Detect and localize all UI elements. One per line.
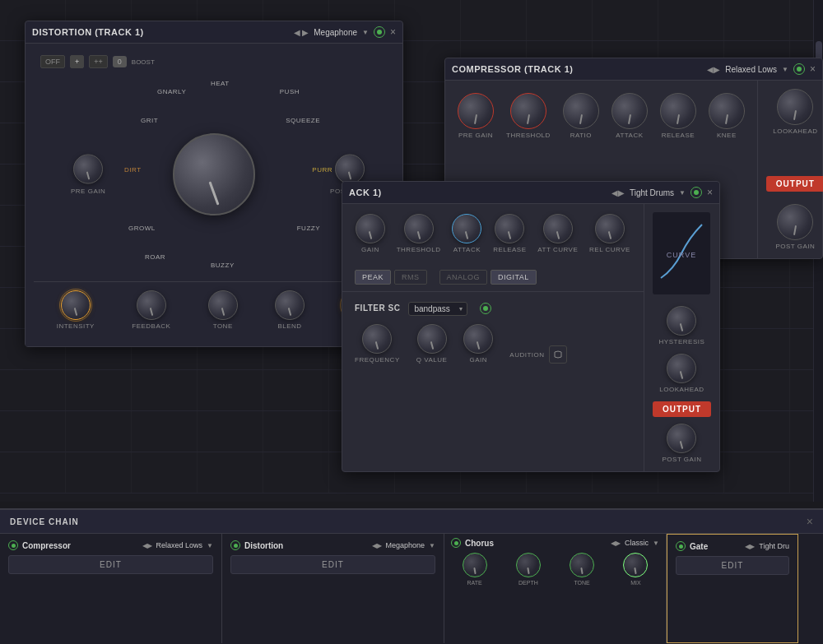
audition-icon-svg <box>553 350 563 359</box>
comp2-output-button[interactable]: OUTPUT <box>653 401 711 417</box>
compressor-chain-dropdown[interactable]: ▼ <box>207 542 213 549</box>
knee-knob[interactable] <box>709 93 745 129</box>
off-button[interactable]: OFF <box>40 55 65 68</box>
comp2-power-button[interactable] <box>690 187 702 198</box>
preset-right-arrow[interactable]: ▶ <box>302 28 309 37</box>
comp2-output-section: OUTPUT POST GAIN <box>653 401 711 463</box>
distortion-chain-nav[interactable]: ◀▶ <box>372 542 382 549</box>
distortion-chain-edit[interactable]: EDIT <box>230 555 435 574</box>
filter-sc-knobs: FREQUENCY Q VALUE GAIN AUDITION <box>355 324 631 364</box>
filter-type-select[interactable]: bandpass lowpass highpass notch <box>408 302 467 316</box>
comp2-lookahead-knob[interactable] <box>667 354 696 383</box>
comp2-knobs-row: GAIN THRESHOLD ATTACK RELEASE ATT CURVE <box>342 204 644 263</box>
compressor-chain-header: Compressor ◀▶ Relaxed Lows ▼ <box>8 540 213 550</box>
attack-label: ATTACK <box>616 132 643 139</box>
device-chain-close-button[interactable]: × <box>807 515 813 528</box>
chorus-mix-label: MIX <box>630 580 640 586</box>
pregain-knob[interactable] <box>458 93 494 129</box>
threshold-label: THRESHOLD <box>506 132 551 139</box>
filter-sc-power[interactable] <box>480 303 491 314</box>
comp2-threshold-knob[interactable] <box>404 214 434 243</box>
rms-button[interactable]: RMS <box>394 270 427 285</box>
compressor-chain-nav[interactable]: ◀▶ <box>142 542 152 549</box>
comp2-title: ACK 1) <box>349 188 607 197</box>
feedback-label: FEEDBACK <box>132 322 170 330</box>
rel-curve-knob[interactable] <box>595 214 625 243</box>
filter-sc-title: FILTER SC <box>355 303 400 313</box>
distortion-top-controls: OFF + ++ 0 BOOST <box>34 52 394 72</box>
comp-postgain-knob[interactable] <box>777 204 813 240</box>
plus-button[interactable]: + <box>70 55 84 68</box>
hysteresis-knob[interactable] <box>667 306 696 336</box>
ratio-knob[interactable] <box>563 93 599 129</box>
tone-knob[interactable] <box>208 290 238 320</box>
output-button[interactable]: OUTPUT <box>766 176 823 192</box>
distortion-dropdown-arrow[interactable]: ▼ <box>362 29 369 36</box>
analog-button[interactable]: ANALOG <box>439 270 488 285</box>
chorus-chain-nav[interactable]: ◀▶ <box>611 540 621 547</box>
filter-gain-knob[interactable] <box>463 324 493 354</box>
device-chain-title: DEVICE CHAIN <box>10 517 807 526</box>
chorus-chain-dropdown[interactable]: ▼ <box>653 540 659 547</box>
comp2-close-button[interactable]: × <box>707 188 713 197</box>
chorus-chain-name: Chorus <box>465 539 607 548</box>
frequency-knob[interactable] <box>362 324 392 354</box>
gate-chain-power[interactable] <box>676 541 686 551</box>
compressor-chain-name: Compressor <box>22 541 138 550</box>
blend-knob[interactable] <box>275 290 305 320</box>
chorus-tone-knob[interactable] <box>570 553 594 577</box>
distortion-chain-power[interactable] <box>230 540 240 550</box>
compressor-preset-nav[interactable]: ◀▶ <box>707 65 720 74</box>
preset-left-arrow[interactable]: ◀ <box>294 28 300 37</box>
compressor-chain-edit[interactable]: EDIT <box>8 555 213 574</box>
intensity-knob[interactable] <box>61 290 91 320</box>
gate-chain-edit[interactable]: EDIT <box>676 556 789 575</box>
pre-gain-knob[interactable] <box>73 155 103 184</box>
compressor-chain-preset: Relaxed Lows <box>156 541 203 549</box>
chorus-depth-knob[interactable] <box>516 553 541 577</box>
distortion-chain-header: Distortion ◀▶ Megaphone ▼ <box>230 540 435 550</box>
distortion-preset-nav[interactable]: ◀ ▶ <box>294 28 309 37</box>
compressor-dropdown-arrow[interactable]: ▼ <box>782 66 788 73</box>
chorus-chain-power[interactable] <box>451 538 461 548</box>
compressor-power-button[interactable] <box>793 63 805 75</box>
distortion-close-button[interactable]: × <box>390 27 396 37</box>
compressor-knobs-row: PRE GAIN THRESHOLD RATIO ATTACK RELEASE <box>445 81 757 151</box>
post-gain-knob[interactable] <box>335 155 365 184</box>
peak-button[interactable]: PEAK <box>355 270 391 285</box>
lookahead-knob[interactable] <box>777 89 813 125</box>
chorus-mix-knob[interactable] <box>623 553 648 577</box>
attack-knob[interactable] <box>611 93 648 129</box>
release-label: RELEASE <box>662 132 695 139</box>
distortion-main-knob[interactable] <box>173 133 255 215</box>
comp2-dropdown-arrow[interactable]: ▼ <box>679 189 686 197</box>
release-knob[interactable] <box>660 93 696 129</box>
comp2-threshold-container: THRESHOLD <box>397 214 441 253</box>
intensity-label: INTENSITY <box>57 322 95 330</box>
feedback-knob[interactable] <box>137 290 166 320</box>
distortion-power-button[interactable] <box>374 26 385 38</box>
comp2-preset-nav[interactable]: ◀▶ <box>611 188 625 197</box>
qvalue-knob[interactable] <box>417 324 447 354</box>
comp2-release-knob[interactable] <box>495 214 524 243</box>
distortion-chain-dropdown[interactable]: ▼ <box>429 542 435 549</box>
threshold-knob[interactable] <box>510 93 546 129</box>
plus-plus-button[interactable]: ++ <box>89 55 108 68</box>
compressor-close-button[interactable]: × <box>810 64 816 74</box>
comp2-gain-knob[interactable] <box>356 214 385 243</box>
gate-chain-nav[interactable]: ◀▶ <box>745 543 755 550</box>
distortion-chain-preset: Megaphone <box>386 541 425 549</box>
compressor-chain-power[interactable] <box>8 540 18 550</box>
growl-label: GROWL <box>128 225 156 232</box>
pre-gain-label: PRE GAIN <box>71 188 105 195</box>
digital-button[interactable]: DIGITAL <box>491 270 537 285</box>
att-curve-knob[interactable] <box>543 214 573 243</box>
chorus-rate-knob[interactable] <box>463 553 487 577</box>
comp2-attack-label: ATTACK <box>453 246 481 253</box>
audition-button[interactable] <box>549 345 567 364</box>
comp2-attack-knob[interactable] <box>452 214 481 243</box>
compressor2-plugin: ACK 1) ◀▶ Tight Drums ▼ × GAIN THRESHOLD… <box>342 181 720 472</box>
distortion-bottom-knobs: INTENSITY FEEDBACK TONE BLEND MIX <box>34 281 394 338</box>
filter-type-wrapper[interactable]: bandpass lowpass highpass notch <box>408 300 467 316</box>
comp2-postgain-knob[interactable] <box>667 424 696 453</box>
